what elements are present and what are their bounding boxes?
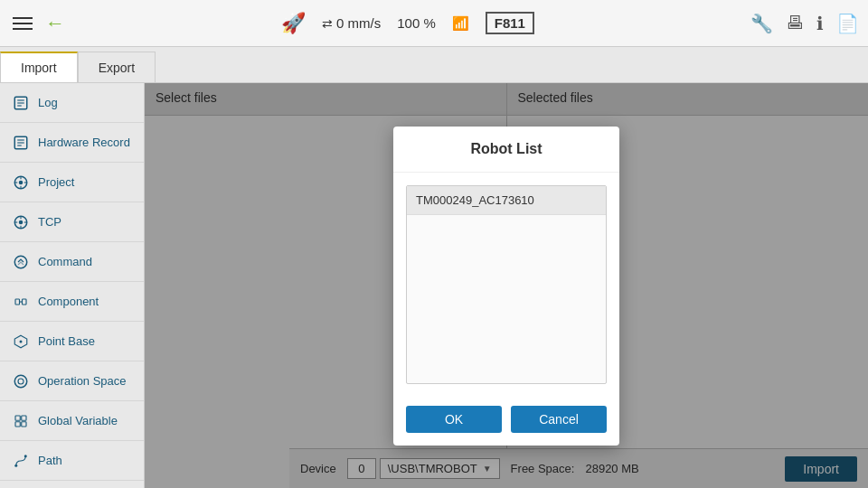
svg-rect-27	[15, 416, 20, 420]
robot-list-modal: Robot List TM000249_AC173610 OK Cancel	[393, 127, 619, 446]
robot-icon: 🚀	[281, 12, 306, 35]
menu-button[interactable]	[9, 14, 36, 33]
sidebar-item-global-variable[interactable]: Global Variable	[0, 401, 144, 441]
export-tab[interactable]: Export	[78, 52, 156, 82]
sidebar-label-log: Log	[38, 96, 58, 110]
robot-code: F811	[486, 12, 534, 34]
svg-point-32	[24, 455, 27, 457]
sidebar-item-hardware-record[interactable]: Hardware Record	[0, 123, 144, 163]
modal-footer: OK Cancel	[393, 397, 619, 446]
tab-bar: Import Export	[0, 47, 868, 83]
sidebar-label-hardware-record: Hardware Record	[38, 136, 130, 150]
sidebar-item-component[interactable]: Component	[0, 282, 144, 322]
speed-display: ⇄ 0 mm/s	[322, 15, 381, 31]
component-icon	[11, 292, 31, 312]
content-area: Select files Selected files Device 0 \US…	[145, 83, 868, 488]
hardware-record-icon	[11, 133, 31, 153]
sidebar-item-point-base[interactable]: Point Base	[0, 322, 144, 361]
percent-value: 100 %	[397, 15, 436, 31]
svg-point-24	[20, 340, 23, 343]
sidebar-label-operation-space: Operation Space	[38, 374, 127, 389]
sidebar-item-tcp[interactable]: TCP	[0, 202, 144, 242]
sidebar-label-component: Component	[38, 295, 99, 309]
import-tab[interactable]: Import	[0, 52, 78, 82]
sidebar-label-global-variable: Global Variable	[38, 414, 118, 428]
sidebar-label-project: Project	[38, 175, 74, 190]
wrench-icon[interactable]: 🔧	[750, 13, 773, 34]
sidebar-label-tcp: TCP	[38, 215, 61, 230]
svg-rect-28	[22, 416, 26, 420]
top-bar: ← 🚀 ⇄ 0 mm/s 100 % 📶 F811 🔧 🖶 ℹ 📄	[0, 0, 868, 47]
operation-space-icon	[11, 371, 31, 391]
command-icon	[11, 252, 31, 272]
info-icon[interactable]: ℹ	[816, 13, 824, 34]
speed-icon: ⇄	[322, 16, 333, 31]
modal-overlay: Robot List TM000249_AC173610 OK Cancel	[145, 83, 868, 488]
tcp-icon	[11, 212, 31, 232]
signal-icon: 📶	[452, 15, 469, 32]
svg-rect-30	[22, 421, 26, 426]
back-button[interactable]: ←	[45, 12, 65, 35]
top-icons: 🔧 🖶 ℹ 📄	[750, 13, 859, 34]
ok-button[interactable]: OK	[406, 406, 502, 433]
svg-point-31	[14, 464, 17, 466]
cancel-button[interactable]: Cancel	[511, 406, 607, 433]
global-variable-icon	[11, 411, 31, 431]
top-center: 🚀 ⇄ 0 mm/s 100 % 📶 F811	[74, 12, 741, 35]
svg-point-26	[18, 379, 24, 384]
robot-list-item[interactable]: TM000249_AC173610	[407, 186, 606, 215]
log-icon	[11, 93, 31, 113]
svg-point-15	[19, 220, 24, 224]
sidebar-item-command[interactable]: Command	[0, 242, 144, 282]
sidebar-item-operation-space[interactable]: Operation Space	[0, 361, 144, 401]
monitor-icon[interactable]: 🖶	[786, 13, 804, 33]
project-icon	[11, 173, 31, 192]
svg-point-9	[19, 180, 24, 184]
speed-value: 0 mm/s	[336, 15, 381, 31]
robot-list-box[interactable]: TM000249_AC173610	[406, 185, 607, 384]
sidebar-label-command: Command	[38, 255, 92, 269]
path-icon	[11, 451, 31, 471]
main-layout: Log Hardware Record Project TCP	[0, 83, 868, 488]
point-base-icon	[11, 332, 31, 352]
modal-title: Robot List	[393, 127, 619, 173]
svg-rect-29	[15, 421, 20, 426]
document-icon[interactable]: 📄	[836, 13, 859, 34]
svg-rect-21	[15, 299, 20, 305]
sidebar-item-log[interactable]: Log	[0, 83, 144, 123]
svg-point-25	[14, 375, 27, 388]
sidebar: Log Hardware Record Project TCP	[0, 83, 145, 488]
sidebar-label-path: Path	[38, 454, 62, 468]
svg-rect-22	[23, 299, 27, 305]
modal-body: TM000249_AC173610	[393, 173, 619, 397]
sidebar-item-path[interactable]: Path	[0, 441, 144, 481]
sidebar-item-project[interactable]: Project	[0, 163, 144, 202]
sidebar-label-point-base: Point Base	[38, 334, 95, 349]
